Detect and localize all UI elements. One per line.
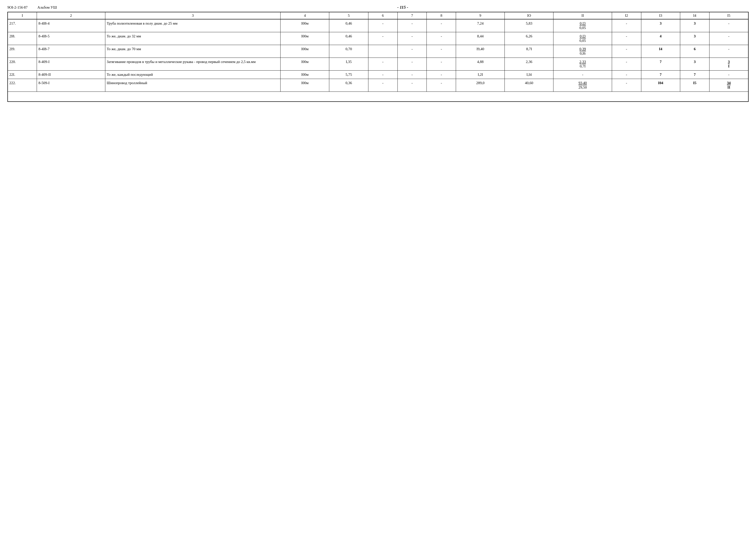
page-header: 9ОI-2-156·87 Альбом УШ - 115 - xyxy=(7,5,749,10)
row-222-col10: 40,60 xyxy=(505,79,553,92)
row-220-col11-num: 2,33 xyxy=(580,60,586,64)
row-219-code: 8-4I8-7 xyxy=(37,45,105,58)
row-217-col13: 3 xyxy=(641,19,680,32)
row-217-col6: - xyxy=(368,19,397,32)
row-220-fraction: 2,33 0,7I xyxy=(580,60,586,68)
row-217-col8: - xyxy=(427,19,456,32)
row-220-desc: Затягивание проводов в трубы и металличе… xyxy=(105,58,280,71)
row-218-fraction: 0,I3 0,05 xyxy=(580,34,586,43)
row-219-col15: - xyxy=(709,45,748,58)
row-220-col6: - xyxy=(368,58,397,71)
row-217-col15: - xyxy=(709,19,748,32)
row-222-col7: - xyxy=(397,79,427,92)
row-221-col4: I00м xyxy=(280,71,329,79)
row-219-col11-den: 0,I6 xyxy=(580,51,586,55)
row-222-col15-fraction: 34 II xyxy=(727,81,731,90)
row-220-col8: - xyxy=(427,58,456,71)
table-row: 220. 8-409-I Затягивание проводов в труб… xyxy=(8,58,748,71)
row-221-col5: 5,75 xyxy=(329,71,368,79)
col-header-7: 7 xyxy=(397,12,427,19)
row-222-col15-num: 34 xyxy=(727,81,731,85)
col-header-9: 9 xyxy=(456,12,505,19)
row-222-col15-den: II xyxy=(727,85,731,90)
row-222-col8: - xyxy=(427,79,456,92)
table-row: 22I. 8-409-II То же, каждый последующий … xyxy=(8,71,748,79)
row-217-code: 8-4I8-4 xyxy=(37,19,105,32)
row-218-col11-den: 0,05 xyxy=(580,39,586,43)
row-219-col14: 6 xyxy=(680,45,710,58)
row-222-col4: I00м xyxy=(280,79,329,92)
col-header-13: I3 xyxy=(641,12,680,19)
row-222-col9: 289,0 xyxy=(456,79,505,92)
empty-row xyxy=(8,92,748,102)
row-220-col5: I,35 xyxy=(329,58,368,71)
col-header-1: I xyxy=(8,12,37,19)
row-217-col4: I00м xyxy=(280,19,329,32)
col-header-2: 2 xyxy=(37,12,105,19)
row-219-fraction: 0,39 0,I6 xyxy=(580,47,586,55)
row-222-col5: 0,36 xyxy=(329,79,368,92)
row-220-col15: 3 I xyxy=(709,58,748,71)
row-222-code: 8-509-I xyxy=(37,79,105,92)
row-217-fraction: 0,I3 0,05 xyxy=(580,21,586,30)
row-217-col11-den: 0,05 xyxy=(580,26,586,30)
row-218-col9: 8,44 xyxy=(456,32,505,45)
page-number: - 115 - xyxy=(397,5,408,10)
table-row: 217. 8-4I8-4 Труба полиэтиленовая в полу… xyxy=(8,19,748,32)
row-218-col13: 4 xyxy=(641,32,680,45)
row-218-code: 8-4I8-5 xyxy=(37,32,105,45)
row-219-col13: I4 xyxy=(641,45,680,58)
col-header-3: 3 xyxy=(105,12,280,19)
album: Альбом УШ xyxy=(37,5,57,10)
row-218-col10: 6,26 xyxy=(505,32,553,45)
table-row: 2I8. 8-4I8-5 То же, диам. до 32 мм I00м … xyxy=(8,32,748,45)
row-222-desc: Шинопровод троллейный xyxy=(105,79,280,92)
row-222-col6: - xyxy=(368,79,397,92)
column-header-row: I 2 3 4 5 6 7 8 9 IO II I2 I3 I4 I5 xyxy=(8,12,748,19)
col-header-6: 6 xyxy=(368,12,397,19)
row-219-col10: 8,7I xyxy=(505,45,553,58)
row-218-col11-num: 0,I3 xyxy=(580,34,586,39)
row-217-col14: 3 xyxy=(680,19,710,32)
row-222-fraction: 93,40 29,50 xyxy=(579,81,587,90)
row-222-num: 222. xyxy=(8,79,37,92)
row-222-col14: I5 xyxy=(680,79,710,92)
row-217-col7: - xyxy=(397,19,427,32)
row-222-col12: - xyxy=(612,79,641,92)
col-header-11: II xyxy=(553,12,612,19)
row-221-col11: - xyxy=(553,71,612,79)
col-header-15: I5 xyxy=(709,12,748,19)
row-221-col15: - xyxy=(709,71,748,79)
row-219-col9: I9,40 xyxy=(456,45,505,58)
row-221-desc: То же, каждый последующий xyxy=(105,71,280,79)
row-218-col4: I00м xyxy=(280,32,329,45)
row-220-col15-fraction: 3 I xyxy=(728,60,730,68)
table-row: 222. 8-509-I Шинопровод троллейный I00м … xyxy=(8,79,748,92)
row-221-num: 22I. xyxy=(8,71,37,79)
row-219-col5: 0,70 xyxy=(329,45,368,58)
row-221-col8: - xyxy=(427,71,456,79)
row-220-code: 8-409-I xyxy=(37,58,105,71)
col-header-10: IO xyxy=(505,12,553,19)
row-221-col13: 7 xyxy=(641,71,680,79)
row-217-col11: 0,I3 0,05 xyxy=(553,19,612,32)
row-218-col15: - xyxy=(709,32,748,45)
row-218-col5: 0,46 xyxy=(329,32,368,45)
row-219-col4: I00м xyxy=(280,45,329,58)
row-218-col12: - xyxy=(612,32,641,45)
doc-id: 9ОI-2-156·87 xyxy=(7,5,27,10)
row-222-col11-den: 29,50 xyxy=(579,85,587,90)
row-220-col14: 3 xyxy=(680,58,710,71)
row-220-col13: 7 xyxy=(641,58,680,71)
main-table: I 2 3 4 5 6 7 8 9 IO II I2 I3 I4 I5 217.… xyxy=(7,12,749,102)
col-header-14: I4 xyxy=(680,12,710,19)
row-218-col14: 3 xyxy=(680,32,710,45)
row-222-col11-num: 93,40 xyxy=(579,81,587,85)
row-218-col11: 0,I3 0,05 xyxy=(553,32,612,45)
row-220-col15-den: I xyxy=(728,64,730,68)
row-220-col11: 2,33 0,7I xyxy=(553,58,612,71)
row-220-num: 220. xyxy=(8,58,37,71)
row-219-desc: То же, диам. до 70 мм xyxy=(105,45,280,58)
row-221-col9: I,2I xyxy=(456,71,505,79)
row-219-col11: 0,39 0,I6 xyxy=(553,45,612,58)
